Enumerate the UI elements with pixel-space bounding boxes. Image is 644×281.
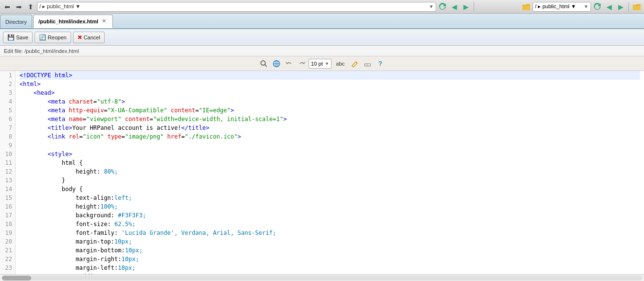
right-back-icon: ◀ — [607, 3, 612, 11]
tab-file[interactable]: /public_html/index.html ✕ — [33, 15, 113, 28]
undo-btn[interactable] — [283, 58, 295, 69]
svg-point-4 — [261, 61, 265, 65]
forward-icon: ▶ — [463, 3, 469, 11]
separator-1 — [474, 2, 474, 12]
help-btn[interactable]: ? — [374, 58, 386, 69]
editor-scroll[interactable]: 1234567891011121314151617181920212223242… — [0, 71, 644, 274]
line-number: 7 — [3, 123, 12, 132]
line-number: 5 — [3, 106, 12, 115]
svg-rect-11 — [365, 64, 370, 66]
refresh-icon — [439, 3, 446, 11]
right-refresh-icon — [593, 3, 601, 11]
right-path-breadcrumb[interactable]: / ▸ public_html ▼ ▼ — [533, 2, 591, 12]
pencil-icon — [351, 60, 359, 68]
code-line: <head> — [19, 88, 640, 97]
line-number: 3 — [3, 88, 12, 97]
arrow-left-icon: ⬅ — [4, 3, 10, 11]
tab-directory-label: Directory — [5, 19, 27, 25]
line-number: 9 — [3, 141, 12, 150]
globe-btn[interactable] — [271, 58, 282, 69]
search-icon — [260, 60, 268, 68]
code-line: margin-bottom:10px; — [19, 246, 640, 255]
tab-bar: Directory /public_html/index.html ✕ — [0, 14, 644, 29]
line-number: 2 — [3, 80, 12, 88]
tab-file-label: /public_html/index.html — [38, 18, 98, 24]
editor-toolbar: 10 pt ▼ abc ? — [0, 56, 644, 71]
code-line: <!DOCTYPE html> — [19, 71, 640, 80]
right-fwd-btn[interactable]: ▶ — [615, 1, 626, 12]
editor-area: 1234567891011121314151617181920212223242… — [0, 71, 644, 274]
horizontal-scrollbar[interactable] — [0, 274, 644, 281]
line-number: 1 — [3, 71, 12, 80]
redo-btn[interactable] — [296, 58, 308, 69]
save-button[interactable]: 💾 Save — [3, 32, 33, 43]
separator-2 — [628, 2, 629, 12]
scrollbar-thumb[interactable] — [2, 276, 31, 281]
code-line: <meta charset="utf-8"> — [19, 97, 640, 106]
line-number: 19 — [3, 228, 12, 237]
back-icon: ◀ — [452, 3, 457, 11]
code-line: <html> — [19, 80, 640, 88]
right-fwd-icon: ▶ — [618, 3, 624, 11]
code-line: background: #F3F3F3; — [19, 211, 640, 220]
line-number: 11 — [3, 158, 12, 167]
line-number: 22 — [3, 255, 12, 263]
svg-rect-3 — [633, 5, 641, 5]
nav-up-btn[interactable]: ⬆ — [25, 1, 36, 12]
path-breadcrumb[interactable]: / ▸ public_html ▼ ▼ — [37, 2, 436, 12]
right-path-dropdown[interactable]: ▼ — [584, 4, 589, 9]
editor-main: 1234567891011121314151617181920212223242… — [0, 71, 644, 281]
nav-back2-btn[interactable]: ◀ — [449, 1, 460, 12]
svg-line-5 — [265, 65, 267, 67]
font-size-selector[interactable]: 10 pt ▼ — [309, 59, 331, 69]
line-number: 20 — [3, 237, 12, 246]
code-line: margin-top:10px; — [19, 237, 640, 246]
path-text: / ▸ public_html ▼ — [39, 3, 81, 10]
refresh-btn[interactable] — [437, 1, 448, 12]
code-line: html { — [19, 158, 640, 167]
pencil-btn[interactable] — [349, 58, 361, 69]
main-container: ⬅ ➡ ⬆ / ▸ public_html ▼ ▼ ◀ ▶ / ▸ public… — [0, 0, 644, 281]
font-size-dropdown-icon[interactable]: ▼ — [325, 61, 329, 66]
abc-btn[interactable]: abc — [332, 58, 348, 69]
line-numbers: 1234567891011121314151617181920212223242… — [0, 71, 16, 274]
tab-close-btn[interactable]: ✕ — [101, 18, 108, 25]
right-back-btn[interactable]: ◀ — [604, 1, 614, 12]
file-info-bar: Edit file: /public_html/index.html — [0, 46, 644, 56]
font-size-label: 10 pt — [311, 61, 323, 67]
code-line: font-size: 62.5%; — [19, 220, 640, 228]
reopen-icon: 🔄 — [39, 34, 46, 41]
line-number: 17 — [3, 211, 12, 220]
line-number: 6 — [3, 115, 12, 123]
nav-forward-btn[interactable]: ➡ — [14, 1, 24, 12]
arrow-up-icon: ⬆ — [28, 3, 34, 11]
top-toolbar: ⬅ ➡ ⬆ / ▸ public_html ▼ ▼ ◀ ▶ / ▸ public… — [0, 0, 644, 14]
reopen-label: Reopen — [48, 35, 67, 40]
svg-line-10 — [356, 62, 357, 63]
code-line: font-family: 'Lucida Grande', Verdana, A… — [19, 228, 640, 237]
save-icon: 💾 — [7, 34, 15, 41]
line-number: 16 — [3, 202, 12, 211]
code-line: } — [19, 176, 640, 185]
reopen-button[interactable]: 🔄 Reopen — [35, 32, 71, 43]
code-line: <meta http-equiv="X-UA-Compatible" conte… — [19, 106, 640, 115]
eraser-btn[interactable] — [362, 58, 373, 69]
line-number: 15 — [3, 193, 12, 202]
right-folder2-btn[interactable] — [631, 1, 642, 12]
folder-icon — [522, 3, 530, 10]
nav-back-btn[interactable]: ⬅ — [2, 1, 13, 12]
code-line: <link rel="icon" type="image/png" href="… — [19, 132, 640, 141]
abc-label: abc — [336, 61, 345, 67]
scrollbar-track[interactable] — [2, 276, 642, 281]
right-refresh-btn[interactable] — [592, 1, 603, 12]
right-folder-btn[interactable] — [521, 1, 532, 12]
code-line: height:100%; — [19, 202, 640, 211]
path-dropdown-icon[interactable]: ▼ — [429, 4, 434, 9]
cancel-button[interactable]: ✖ Cancel — [73, 32, 105, 43]
code-line: <meta name="viewport" content="width=dev… — [19, 115, 640, 123]
code-line: height: 80%; — [19, 167, 640, 176]
nav-fwd2-btn[interactable]: ▶ — [460, 1, 471, 12]
tab-directory[interactable]: Directory — [0, 15, 32, 28]
search-btn[interactable] — [258, 58, 270, 69]
line-number: 13 — [3, 176, 12, 185]
